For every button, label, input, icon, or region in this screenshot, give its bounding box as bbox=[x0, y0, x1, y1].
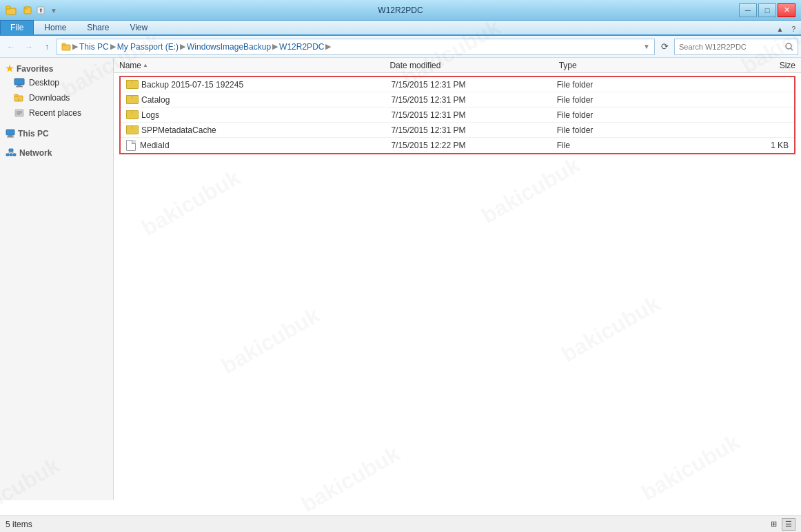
thispc-header[interactable]: This PC bbox=[0, 126, 113, 140]
title-bar-left: ⬆ ▼ bbox=[6, 5, 59, 16]
table-row[interactable]: Logs 7/15/2015 12:31 PM File folder bbox=[121, 108, 794, 123]
path-sep-4: ▶ bbox=[325, 42, 331, 51]
window-title: W12R2PDC bbox=[0, 6, 801, 15]
folder-icon bbox=[126, 110, 137, 119]
file-date-0: 7/15/2015 12:31 PM bbox=[391, 80, 556, 90]
separator-2 bbox=[0, 140, 113, 145]
downloads-label: Downloads bbox=[29, 93, 70, 103]
file-type-1: File folder bbox=[557, 95, 689, 105]
minimize-button[interactable]: ─ bbox=[739, 3, 757, 17]
address-bar: ← → ↑ ▶ This PC ▶ My Passport (E:) ▶ Win… bbox=[0, 36, 801, 58]
sidebar-item-desktop[interactable]: Desktop bbox=[0, 75, 113, 90]
tab-share[interactable]: Share bbox=[77, 20, 119, 34]
refresh-button[interactable]: ⟳ bbox=[656, 39, 673, 55]
network-label: Network bbox=[19, 148, 52, 158]
file-name-3: SPPMetadataCache bbox=[126, 125, 391, 135]
sidebar: ★ Favorites Desktop ↓ Downloads bbox=[0, 58, 114, 500]
folder-icon bbox=[126, 95, 137, 104]
file-type-2: File folder bbox=[557, 110, 689, 120]
view-toggle: ⊞ ☰ bbox=[767, 518, 795, 531]
svg-line-10 bbox=[791, 48, 793, 50]
path-w12r2pdc[interactable]: W12R2PDC bbox=[279, 42, 324, 52]
star-icon: ★ bbox=[6, 63, 14, 74]
window-controls: ─ □ ✕ bbox=[739, 3, 795, 17]
file-icon bbox=[126, 140, 136, 151]
search-box bbox=[674, 39, 798, 55]
sort-arrow: ▲ bbox=[143, 62, 148, 68]
table-row[interactable]: SPPMetadataCache 7/15/2015 12:31 PM File… bbox=[121, 123, 794, 138]
svg-rect-27 bbox=[13, 154, 16, 156]
item-count: 5 items bbox=[6, 520, 32, 529]
title-bar: ⬆ ▼ W12R2PDC ─ □ ✕ bbox=[0, 0, 801, 21]
svg-rect-11 bbox=[14, 79, 24, 85]
table-row[interactable]: Backup 2015-07-15 192245 7/15/2015 12:31… bbox=[121, 77, 794, 92]
file-date-3: 7/15/2015 12:31 PM bbox=[391, 125, 556, 135]
table-row[interactable]: Catalog 7/15/2015 12:31 PM File folder bbox=[121, 92, 794, 108]
file-date-4: 7/15/2015 12:22 PM bbox=[391, 141, 556, 150]
desktop-label: Desktop bbox=[29, 78, 59, 88]
svg-rect-8 bbox=[62, 43, 65, 45]
svg-rect-1 bbox=[6, 6, 10, 9]
quick-icon-2: ⬆ bbox=[35, 5, 46, 16]
folder-icon bbox=[126, 80, 137, 89]
path-sep-1: ▶ bbox=[110, 42, 116, 51]
tab-file[interactable]: File bbox=[0, 20, 34, 34]
path-thispc[interactable]: This PC bbox=[79, 42, 109, 52]
thispc-icon bbox=[6, 129, 15, 139]
svg-rect-23 bbox=[7, 136, 14, 138]
svg-text:↓: ↓ bbox=[17, 96, 20, 101]
status-bar: 5 items ⊞ ☰ bbox=[0, 515, 801, 532]
path-sep-0: ▶ bbox=[72, 42, 78, 51]
svg-rect-3 bbox=[25, 7, 28, 9]
file-date-2: 7/15/2015 12:31 PM bbox=[391, 110, 556, 120]
col-header-date[interactable]: Date modified bbox=[389, 61, 558, 70]
list-view-button[interactable]: ☰ bbox=[782, 518, 795, 531]
search-input[interactable] bbox=[679, 43, 782, 51]
downloads-icon: ↓ bbox=[14, 92, 25, 103]
network-header[interactable]: Network bbox=[0, 145, 113, 159]
svg-rect-26 bbox=[10, 154, 12, 156]
file-type-0: File folder bbox=[557, 80, 689, 90]
recent-label: Recent places bbox=[29, 108, 81, 118]
favorites-header[interactable]: ★ Favorites bbox=[0, 61, 113, 75]
ribbon-tabs: File Home Share View ▲ ? bbox=[0, 21, 801, 36]
separator-1 bbox=[0, 121, 113, 126]
app-icon bbox=[6, 5, 17, 16]
forward-button[interactable]: → bbox=[21, 39, 37, 55]
sidebar-item-recent[interactable]: Recent places bbox=[0, 105, 113, 121]
col-header-name[interactable]: Name ▲ bbox=[119, 61, 389, 70]
tab-view[interactable]: View bbox=[119, 20, 158, 34]
file-name-0: Backup 2015-07-15 192245 bbox=[126, 80, 391, 90]
col-header-type[interactable]: Type bbox=[559, 61, 694, 70]
address-path[interactable]: ▶ This PC ▶ My Passport (E:) ▶ WindowsIm… bbox=[57, 39, 655, 55]
svg-point-9 bbox=[786, 43, 791, 49]
path-mypassport[interactable]: My Passport (E:) bbox=[117, 42, 179, 52]
svg-text:▼: ▼ bbox=[50, 7, 57, 14]
column-headers: Name ▲ Date modified Type Size bbox=[114, 58, 801, 73]
svg-line-30 bbox=[11, 152, 14, 154]
main-layout: ★ Favorites Desktop ↓ Downloads bbox=[0, 58, 801, 500]
recent-icon bbox=[14, 108, 25, 119]
table-row[interactable]: MediaId 7/15/2015 12:22 PM File 1 KB bbox=[121, 138, 794, 153]
svg-rect-13 bbox=[16, 86, 23, 88]
maximize-button[interactable]: □ bbox=[758, 3, 776, 17]
tab-home[interactable]: Home bbox=[34, 20, 77, 34]
file-size-4: 1 KB bbox=[689, 141, 789, 150]
file-name-1: Catalog bbox=[126, 95, 391, 105]
col-header-size[interactable]: Size bbox=[694, 61, 795, 70]
sidebar-item-downloads[interactable]: ↓ Downloads bbox=[0, 90, 113, 105]
svg-rect-21 bbox=[6, 130, 14, 135]
content-area: Name ▲ Date modified Type Size Backup 20… bbox=[114, 58, 801, 500]
close-button[interactable]: ✕ bbox=[778, 3, 795, 17]
ribbon-expand: ▲ ? bbox=[771, 24, 801, 34]
back-button[interactable]: ← bbox=[3, 39, 19, 55]
path-windowsimagebackup[interactable]: WindowsImageBackup bbox=[187, 42, 271, 52]
up-button[interactable]: ↑ bbox=[39, 39, 55, 55]
file-type-3: File folder bbox=[557, 125, 689, 135]
grid-view-button[interactable]: ⊞ bbox=[767, 518, 780, 531]
quick-icon-1 bbox=[22, 5, 33, 16]
folder-icon bbox=[126, 125, 137, 134]
file-name-2: Logs bbox=[126, 110, 391, 120]
file-date-1: 7/15/2015 12:31 PM bbox=[391, 95, 556, 105]
path-dropdown-arrow[interactable]: ▼ bbox=[643, 43, 650, 50]
